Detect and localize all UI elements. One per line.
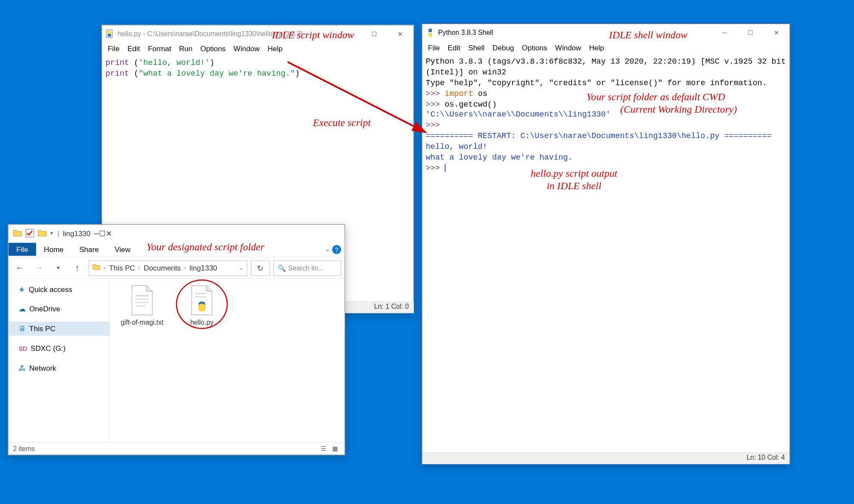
menu-edit[interactable]: Edit (444, 42, 464, 53)
nav-network[interactable]: 🖧Network (9, 361, 109, 375)
folder-icon (93, 263, 100, 273)
python-file-icon (105, 29, 114, 38)
file-list[interactable]: gift-of-magi.txt hello.py (110, 279, 344, 442)
titlebar[interactable]: Python 3.8.3 Shell ─ ☐ ✕ (422, 24, 789, 41)
statusbar: 2 items ☰ ▦ (9, 442, 345, 455)
menu-options[interactable]: Options (519, 42, 551, 53)
nav-quick-access[interactable]: ★Quick access (9, 282, 109, 296)
minimize-button[interactable]: ─ (94, 229, 99, 238)
address-bar-row: ← → ▾ ↑ › This PC › Documents › ling1330… (9, 258, 345, 279)
menu-help[interactable]: Help (264, 43, 286, 54)
folder-icon (38, 229, 47, 238)
maximize-button[interactable]: ☐ (737, 24, 763, 41)
checkbox-icon[interactable] (25, 229, 34, 238)
menu-file[interactable]: File (104, 43, 123, 54)
search-placeholder: Search lin... (288, 264, 324, 272)
refresh-button[interactable]: ↻ (251, 260, 270, 276)
cwd-output: 'C:\\Users\\narae\\Documents\\ling1330' (426, 110, 610, 119)
minimize-button[interactable]: ─ (335, 25, 361, 42)
tab-home[interactable]: Home (36, 243, 71, 256)
chevron-down-icon[interactable]: ⌄ (239, 265, 243, 271)
file-name: hello.py (190, 318, 214, 326)
help-icon[interactable]: ? (332, 245, 341, 254)
menu-edit[interactable]: Edit (124, 43, 143, 54)
idle-shell-window: Python 3.8.3 Shell ─ ☐ ✕ File Edit Shell… (422, 24, 790, 464)
star-icon: ★ (19, 285, 25, 294)
recent-dropdown-icon[interactable]: ▾ (50, 260, 66, 276)
network-icon: 🖧 (19, 364, 26, 372)
tab-file[interactable]: File (9, 243, 36, 256)
tab-view[interactable]: View (107, 243, 138, 256)
maximize-button[interactable]: ☐ (99, 229, 106, 238)
back-button[interactable]: ← (12, 260, 28, 276)
maximize-button[interactable]: ☐ (362, 25, 387, 42)
close-button[interactable]: ✕ (106, 229, 112, 238)
nav-this-pc[interactable]: 🖥This PC (9, 322, 109, 336)
icons-view-icon[interactable]: ▦ (330, 444, 340, 453)
pc-icon: 🖥 (19, 325, 26, 333)
qat-dropdown-icon[interactable]: ▾ (50, 230, 53, 236)
script-output: what a lovely day we're having. (426, 153, 572, 162)
breadcrumb-item[interactable]: ling1330 (189, 264, 217, 272)
menu-debug[interactable]: Debug (489, 42, 517, 53)
file-item-py[interactable]: hello.py (176, 285, 227, 326)
details-view-icon[interactable]: ☰ (319, 444, 329, 453)
folder-icon (13, 229, 22, 238)
sd-icon: SD (19, 345, 27, 352)
ribbon: File Home Share View ⌄ ? (9, 242, 345, 258)
text-file-icon (129, 285, 156, 316)
file-item-txt[interactable]: gift-of-magi.txt (117, 285, 167, 326)
ribbon-expand-icon[interactable]: ⌄ (325, 246, 330, 252)
banner-line: Type "help", "copyright", "credits" or "… (426, 78, 767, 87)
breadcrumb-item[interactable]: Documents (144, 264, 181, 272)
file-name: gift-of-magi.txt (121, 318, 164, 326)
menu-file[interactable]: File (424, 42, 443, 53)
restart-line: ========== RESTART: C:\Users\narae\Docum… (426, 132, 771, 141)
search-input[interactable]: 🔍 Search lin... (273, 260, 341, 276)
menu-help[interactable]: Help (586, 42, 608, 53)
menu-format[interactable]: Format (145, 43, 175, 54)
minimize-button[interactable]: ─ (712, 24, 737, 41)
python-icon (426, 28, 435, 37)
script-output: hello, world! (426, 142, 487, 151)
menubar: File Edit Format Run Options Window Help (102, 42, 413, 55)
statusbar: Ln: 10 Col: 4 (422, 452, 789, 464)
cloud-icon: ☁ (19, 305, 26, 313)
python-file-icon (189, 285, 216, 316)
titlebar[interactable]: ▾ | ling1330 ─ ☐ ✕ (9, 225, 345, 242)
item-count: 2 items (13, 445, 35, 452)
tab-share[interactable]: Share (71, 243, 107, 256)
search-icon: 🔍 (278, 264, 286, 272)
menu-shell[interactable]: Shell (465, 42, 488, 53)
banner-line: Python 3.8.3 (tags/v3.8.3:6f8c832, May 1… (426, 56, 786, 77)
menubar: File Edit Shell Debug Options Window Hel… (422, 41, 789, 54)
titlebar[interactable]: hello.py - C:\Users\narae\Documents\ling… (102, 25, 413, 42)
close-button[interactable]: ✕ (764, 24, 789, 41)
window-title: hello.py - C:\Users\narae\Documents\ling… (118, 30, 303, 37)
window-title: Python 3.8.3 Shell (438, 29, 493, 37)
navigation-pane: ★Quick access ☁OneDrive 🖥This PC SDSDXC … (9, 279, 110, 442)
folder-name: ling1330 (59, 229, 94, 238)
menu-window[interactable]: Window (230, 43, 263, 54)
svg-rect-2 (108, 31, 111, 34)
file-explorer-window: ▾ | ling1330 ─ ☐ ✕ File Home Share View … (8, 224, 345, 455)
close-button[interactable]: ✕ (387, 25, 413, 42)
shell-output[interactable]: Python 3.8.3 (tags/v3.8.3:6f8c832, May 1… (422, 54, 789, 452)
forward-button[interactable]: → (31, 260, 47, 276)
svg-rect-1 (108, 34, 111, 37)
up-button[interactable]: ↑ (69, 260, 85, 276)
nav-onedrive[interactable]: ☁OneDrive (9, 302, 109, 316)
breadcrumb[interactable]: › This PC › Documents › ling1330 ⌄ (89, 260, 248, 276)
menu-run[interactable]: Run (176, 43, 196, 54)
nav-sdxc[interactable]: SDSDXC (G:) (9, 341, 109, 356)
menu-options[interactable]: Options (197, 43, 229, 54)
menu-window[interactable]: Window (552, 42, 585, 53)
breadcrumb-item[interactable]: This PC (109, 264, 135, 272)
